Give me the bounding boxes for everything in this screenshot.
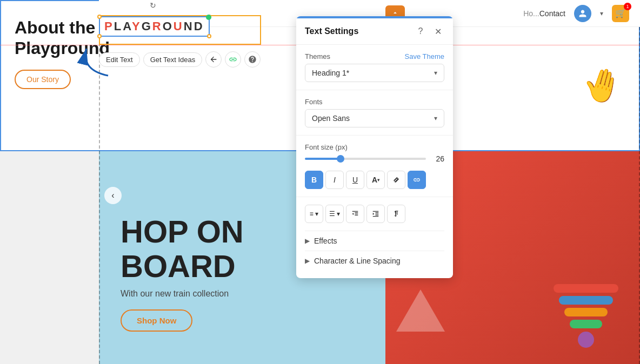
link-icon-btn[interactable] <box>225 51 241 68</box>
panel-body: Themes Save Theme Heading 1* ▾ Fonts Ope… <box>296 45 453 278</box>
letter-r: R <box>152 19 163 33</box>
avatar-chevron-icon[interactable]: ▾ <box>600 10 603 17</box>
panel-header: Text Settings ? ✕ <box>296 18 453 45</box>
section-divider-1 <box>296 90 453 90</box>
indent-decrease-button[interactable] <box>346 205 364 223</box>
underline-button[interactable]: U <box>346 171 364 189</box>
text-element-selected: PLAYGROUND <box>99 16 210 37</box>
panel-title: Text Settings <box>305 26 358 36</box>
toy-ring-2 <box>559 296 613 305</box>
text-toolbar: Edit Text Get Text Ideas <box>99 51 261 68</box>
toy-ring-3 <box>564 308 608 316</box>
our-story-button[interactable]: Our Story <box>15 70 71 89</box>
avatar <box>574 5 591 22</box>
panel-help-button[interactable]: ? <box>414 25 427 38</box>
letter-g: G <box>142 19 152 33</box>
handle-top-left[interactable] <box>97 15 102 19</box>
font-size-value: 26 <box>431 154 444 163</box>
heading-value: Heading 1* <box>312 69 349 77</box>
align-toolbar: ≡ ▾ ☰ ▾ <box>305 205 444 223</box>
italic-button[interactable]: I <box>325 171 344 189</box>
text-settings-panel: Text Settings ? ✕ Themes Save Theme Head… <box>296 16 453 278</box>
font-size-section-row: Font size (px) <box>305 143 444 151</box>
cart-badge: 1 <box>624 3 631 10</box>
header-nav: Contact ▾ 🛒 1 <box>539 5 629 22</box>
blue-arrow <box>70 43 114 83</box>
letter-n: N <box>184 19 194 33</box>
effects-label: Effects <box>314 237 337 245</box>
heading-dropdown-arrow-icon: ▾ <box>434 69 437 77</box>
hero-title: HOP ON BOARD <box>121 214 244 284</box>
section-divider-3 <box>296 197 453 197</box>
letter-l: L <box>114 19 123 33</box>
font-value: Open Sans <box>312 114 350 123</box>
effects-section[interactable]: ▶ Effects <box>305 231 444 251</box>
hero-subtitle: With our new train collection <box>121 289 244 299</box>
rotate-handle[interactable]: ↻ <box>150 1 158 10</box>
font-size-slider-row: 26 <box>305 154 444 163</box>
toy-top <box>578 332 594 348</box>
shop-now-button[interactable]: Shop Now <box>121 309 192 332</box>
indent-increase-button[interactable] <box>366 205 385 223</box>
fonts-dropdown[interactable]: Open Sans ▾ <box>305 109 444 127</box>
letter-y: Y <box>132 19 142 33</box>
heading-dropdown[interactable]: Heading 1* ▾ <box>305 64 444 82</box>
green-handle[interactable] <box>206 15 211 20</box>
toy-ring-1 <box>554 284 618 293</box>
character-spacing-section[interactable]: ▶ Character & Line Spacing <box>305 251 444 271</box>
fonts-label: Fonts <box>305 98 323 106</box>
fonts-dropdown-arrow-icon: ▾ <box>434 114 437 122</box>
letter-o: O <box>163 19 174 33</box>
cart-icon[interactable]: 🛒 1 <box>612 5 629 22</box>
help-icon-btn[interactable] <box>244 51 261 68</box>
letter-p: P <box>104 19 114 33</box>
link-button[interactable] <box>408 171 426 189</box>
highlight-button[interactable] <box>387 171 405 189</box>
back-icon-btn[interactable] <box>205 51 222 68</box>
font-size-slider[interactable] <box>305 158 426 160</box>
themes-section-row: Themes Save Theme <box>305 52 444 60</box>
list-button[interactable]: ☰ ▾ <box>325 205 344 223</box>
character-spacing-label: Character & Line Spacing <box>314 257 401 265</box>
themes-label: Themes <box>305 52 330 60</box>
letter-u: U <box>174 19 184 33</box>
get-text-ideas-button[interactable]: Get Text Ideas <box>143 52 203 67</box>
text-color-button[interactable]: A▾ <box>366 171 385 189</box>
section-divider-2 <box>296 135 453 136</box>
carousel-prev-arrow[interactable]: ‹ <box>104 187 122 204</box>
letter-d: D <box>194 19 204 33</box>
handle-bottom-left[interactable] <box>97 34 102 38</box>
rtl-button[interactable] <box>387 205 405 223</box>
text-element-container[interactable]: ↻ PLAYGROUND <box>99 16 210 37</box>
triangle-shape <box>396 289 445 332</box>
panel-close-button[interactable]: ✕ <box>431 25 444 38</box>
font-size-label: Font size (px) <box>305 143 348 151</box>
playground-text[interactable]: PLAYGROUND <box>104 19 204 33</box>
align-left-button[interactable]: ≡ ▾ <box>305 205 323 223</box>
hand-decoration: 🤚 <box>578 62 627 109</box>
toy-ring-4 <box>570 320 602 328</box>
fonts-section-row: Fonts <box>305 98 444 106</box>
contact-link[interactable]: Contact <box>539 9 565 18</box>
panel-header-icons: ? ✕ <box>414 25 444 38</box>
character-spacing-arrow-icon: ▶ <box>305 257 310 265</box>
save-theme-button[interactable]: Save Theme <box>405 52 444 60</box>
handle-bottom-right[interactable] <box>207 34 211 38</box>
nav-partial: Ho... <box>512 9 539 18</box>
bold-button[interactable]: B <box>305 171 323 189</box>
letter-a: A <box>123 19 132 33</box>
format-toolbar: B I U A▾ <box>305 171 444 189</box>
hero-content: HOP ON BOARD With our new train collecti… <box>121 214 244 332</box>
effects-arrow-icon: ▶ <box>305 237 310 245</box>
